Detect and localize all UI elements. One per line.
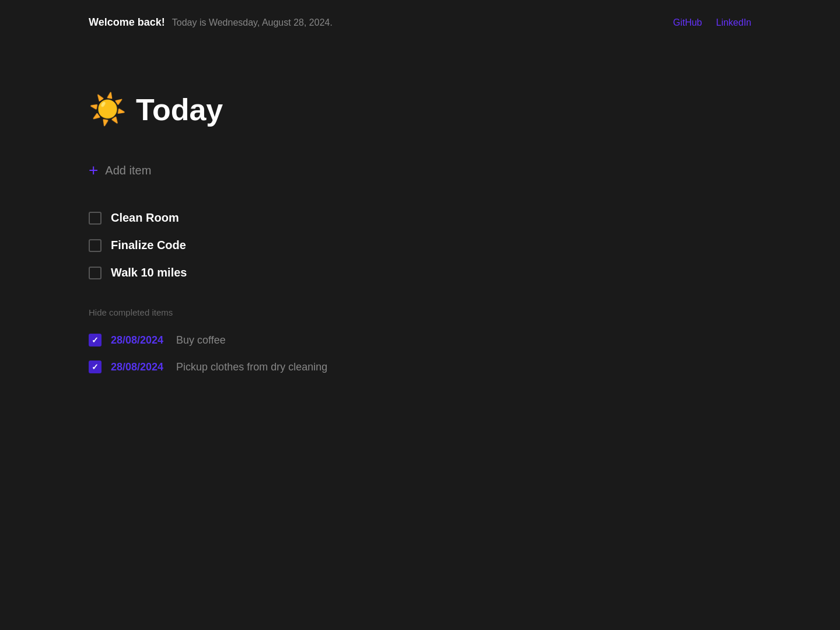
page-title: Today xyxy=(136,92,223,127)
header-left: Welcome back! Today is Wednesday, August… xyxy=(89,16,332,29)
checkbox-1[interactable] xyxy=(89,212,102,225)
todo-list: Clean Room Finalize Code Walk 10 miles xyxy=(89,206,751,284)
completed-date-2: 28/08/2024 xyxy=(111,361,163,373)
header-right: GitHub LinkedIn xyxy=(673,18,751,28)
todo-item-3[interactable]: Walk 10 miles xyxy=(89,261,751,284)
add-item-button[interactable]: + Add item xyxy=(89,162,151,178)
checkbox-completed-1[interactable] xyxy=(89,334,102,346)
todo-item-2[interactable]: Finalize Code xyxy=(89,234,751,257)
checkbox-2[interactable] xyxy=(89,239,102,252)
linkedin-link[interactable]: LinkedIn xyxy=(716,18,752,28)
welcome-text: Welcome back! xyxy=(89,16,165,29)
todo-text-3: Walk 10 miles xyxy=(111,266,187,279)
github-link[interactable]: GitHub xyxy=(673,18,702,28)
sun-icon: ☀️ xyxy=(89,92,127,127)
completed-item-2[interactable]: 28/08/2024 Pickup clothes from dry clean… xyxy=(89,356,751,378)
completed-text-2: Pickup clothes from dry cleaning xyxy=(176,361,327,373)
plus-icon: + xyxy=(89,162,98,178)
completed-item-1[interactable]: 28/08/2024 Buy coffee xyxy=(89,329,751,351)
todo-text-2: Finalize Code xyxy=(111,239,186,252)
completed-list: 28/08/2024 Buy coffee 28/08/2024 Pickup … xyxy=(89,329,751,378)
hide-completed-toggle[interactable]: Hide completed items xyxy=(89,307,751,317)
todo-text-1: Clean Room xyxy=(111,211,179,225)
header: Welcome back! Today is Wednesday, August… xyxy=(0,0,840,45)
checkbox-completed-2[interactable] xyxy=(89,360,102,373)
date-text: Today is Wednesday, August 28, 2024. xyxy=(172,18,332,28)
page-title-section: ☀️ Today xyxy=(89,92,751,127)
add-item-label: Add item xyxy=(105,164,151,177)
completed-text-1: Buy coffee xyxy=(176,334,226,346)
todo-item-1[interactable]: Clean Room xyxy=(89,206,751,229)
main-content: ☀️ Today + Add item Clean Room Finalize … xyxy=(0,45,840,425)
completed-date-1: 28/08/2024 xyxy=(111,334,163,346)
checkbox-3[interactable] xyxy=(89,267,102,279)
